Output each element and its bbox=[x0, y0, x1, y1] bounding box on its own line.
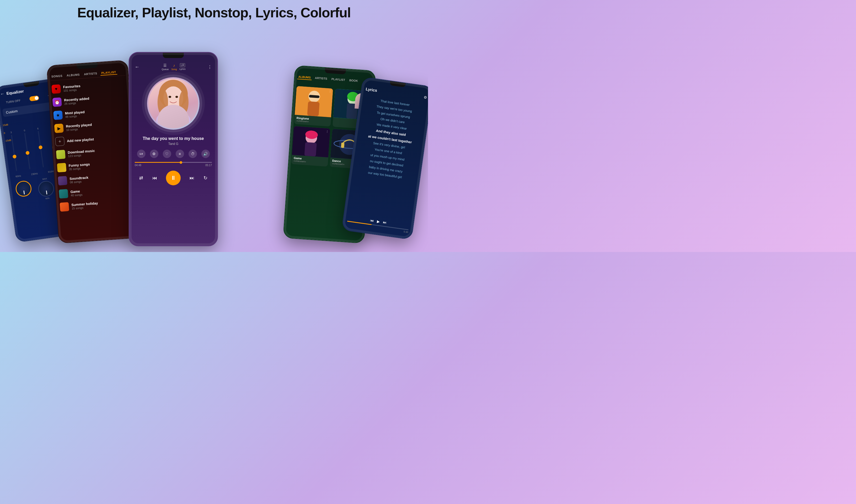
pl-recent-add-icon: ⏰ bbox=[52, 97, 62, 107]
lyr-content: That love last forever They say we're to… bbox=[350, 93, 428, 185]
eq-knob-bass[interactable] bbox=[15, 180, 33, 198]
eq-knob-mid[interactable] bbox=[37, 180, 55, 198]
pl-fav-icon: ♥ bbox=[52, 84, 61, 94]
pl-soundtrack-info: Soundtrack 08 songs bbox=[69, 172, 132, 184]
eq-title: Equalizer bbox=[6, 89, 24, 95]
svg-rect-23 bbox=[341, 143, 344, 148]
tab-playlist-alb[interactable]: PLAYLIST bbox=[330, 77, 346, 83]
eq-toggle-switch[interactable] bbox=[29, 95, 39, 101]
player-tabs: ☰ Queue ♪ Song LR Lyrics bbox=[161, 63, 185, 71]
alb-art-1 bbox=[295, 86, 333, 117]
svg-rect-15 bbox=[346, 103, 358, 119]
repeat-button[interactable]: ↻ bbox=[203, 175, 208, 181]
shuffle-button[interactable]: ⇄ bbox=[139, 175, 143, 181]
player-menu-button[interactable]: ⋮ bbox=[208, 65, 212, 70]
tab-playlist[interactable]: PLAYLIST bbox=[100, 70, 117, 76]
pl-funny-thumb bbox=[57, 163, 67, 172]
pl-add-icon: + bbox=[55, 137, 65, 146]
phones-container: ← Equalizer TURN OFF TURN ON Custom ▾ 15… bbox=[0, 23, 428, 249]
volume-button[interactable]: 🔊 bbox=[201, 150, 210, 158]
album-item[interactable]: ⋮ Ringtone «Unknown» bbox=[294, 86, 333, 127]
lyr-next-button[interactable]: ⏭ bbox=[382, 220, 387, 225]
favorite-button[interactable]: ♡ bbox=[163, 150, 171, 158]
speed-button[interactable]: 1.0 bbox=[137, 150, 145, 158]
pl-add-name: Add new playlist bbox=[67, 135, 129, 143]
eq-back-button[interactable]: ← bbox=[0, 91, 5, 96]
pl-soundtrack-thumb bbox=[58, 176, 67, 185]
player-artwork bbox=[147, 77, 199, 130]
tab-songs[interactable]: SONGS bbox=[50, 73, 64, 79]
svg-rect-2 bbox=[170, 108, 176, 113]
lyr-title: Lyrics bbox=[365, 87, 378, 93]
eq-val-2: 0 bbox=[24, 129, 25, 132]
phone-playlist: SONGS ALBUMS ARTISTS PLAYLIST ♥ Favourit… bbox=[47, 60, 140, 244]
player-header: ← ☰ Queue ♪ Song LR Lyrics ⋮ bbox=[129, 57, 217, 73]
add-to-queue-button[interactable]: ≡ bbox=[176, 150, 184, 158]
player-time-current: 04:48 bbox=[135, 164, 141, 167]
pl-download-info: Download music 123 songs bbox=[68, 146, 130, 158]
timer-button[interactable]: ⏱ bbox=[189, 150, 197, 158]
tab-lyrics[interactable]: LR Lyrics bbox=[179, 63, 185, 71]
player-artwork-inner bbox=[148, 78, 198, 128]
tab-albums-alb[interactable]: ALBUMS bbox=[297, 75, 312, 80]
eq-bar-1: 3 bbox=[10, 131, 17, 171]
eq-db-high: 15dB bbox=[3, 123, 9, 127]
prev-button[interactable]: ⏮ bbox=[152, 175, 157, 181]
album-item[interactable]: ⋮ Game «Unknown» bbox=[291, 126, 330, 166]
pl-funny-info: Funny songs 35 songs bbox=[69, 159, 131, 171]
player-controls-row: 1.0 ⚙ ♡ ≡ ⏱ 🔊 bbox=[129, 147, 217, 161]
pl-recent-play-info: Recently played 10 songs bbox=[66, 120, 128, 131]
pl-most-played-icon: ★ bbox=[53, 110, 63, 120]
eq-slider-3[interactable] bbox=[38, 131, 44, 167]
player-time-total: 05:17 bbox=[205, 164, 212, 167]
tab-queue[interactable]: ☰ Queue bbox=[161, 63, 168, 71]
player-girl-image bbox=[148, 78, 198, 128]
player-main-controls: ⇄ ⏮ ⏸ ⏭ ↻ bbox=[129, 168, 217, 189]
pl-game-info: Game 40 songs bbox=[70, 185, 133, 197]
player-song-info: The day you went to my house Tand G bbox=[129, 133, 217, 147]
eq-db-labels: 15dB 0 -15dB bbox=[3, 123, 12, 142]
lyrics-icon: LR bbox=[180, 63, 185, 67]
eq-bar-2: 0 bbox=[24, 129, 31, 169]
player-song-artist: Tand G bbox=[135, 142, 212, 146]
eq-db-low: -15dB bbox=[5, 139, 11, 142]
lyr-play-button[interactable]: ▶ bbox=[377, 219, 380, 224]
tab-book-alb[interactable]: BOOK bbox=[348, 78, 359, 84]
lyr-progress: ⏮ ▶ ⏭ 5:30 bbox=[346, 215, 409, 233]
alb-dots-3[interactable]: ⋮ bbox=[326, 130, 329, 133]
eq-bar-3: 6 bbox=[37, 127, 44, 167]
player-back-button[interactable]: ← bbox=[135, 64, 139, 70]
player-progress-bar[interactable] bbox=[135, 162, 212, 163]
eq-slider-2[interactable] bbox=[24, 133, 31, 169]
pl-recent-add-info: Recently added 26 songs bbox=[64, 94, 127, 105]
svg-point-3 bbox=[156, 110, 190, 128]
tab-albums[interactable]: ALBUMS bbox=[65, 72, 81, 78]
player-progress-thumb[interactable] bbox=[180, 161, 182, 164]
svg-point-7 bbox=[175, 96, 178, 98]
phone-player: ← ☰ Queue ♪ Song LR Lyrics ⋮ bbox=[129, 52, 218, 246]
player-notch bbox=[163, 53, 184, 58]
queue-label: Queue bbox=[161, 68, 168, 71]
pl-summer-thumb bbox=[59, 202, 69, 212]
song-icon: ♪ bbox=[173, 63, 175, 68]
eq-slider-1[interactable] bbox=[11, 135, 17, 171]
svg-point-6 bbox=[168, 96, 171, 98]
pl-download-thumb bbox=[56, 150, 65, 159]
pl-add-info: Add new playlist bbox=[67, 135, 129, 143]
eq-preset-label: Custom bbox=[6, 109, 18, 114]
tab-artists-alb[interactable]: ARTISTS bbox=[314, 76, 328, 82]
tab-artists[interactable]: ARTISTS bbox=[83, 71, 99, 77]
song-label: Song bbox=[171, 68, 177, 71]
pl-most-played-info: Most played 48 songs bbox=[65, 107, 128, 119]
pl-recent-play-icon: ▶ bbox=[54, 124, 64, 133]
lyr-prev-button[interactable]: ⏮ bbox=[370, 218, 374, 223]
pl-summer-info: Summer holiday 15 songs bbox=[71, 198, 134, 210]
player-song-title: The day you went to my house bbox=[135, 136, 212, 141]
equalizer-button[interactable]: ⚙ bbox=[150, 150, 158, 158]
tab-song[interactable]: ♪ Song bbox=[171, 63, 177, 71]
alb-dots-1[interactable]: ⋮ bbox=[328, 90, 332, 93]
pl-game-thumb bbox=[59, 189, 68, 198]
next-button[interactable]: ⏭ bbox=[190, 175, 194, 181]
play-pause-button[interactable]: ⏸ bbox=[166, 170, 181, 185]
lyr-settings-button[interactable]: ⚙ bbox=[424, 95, 427, 100]
